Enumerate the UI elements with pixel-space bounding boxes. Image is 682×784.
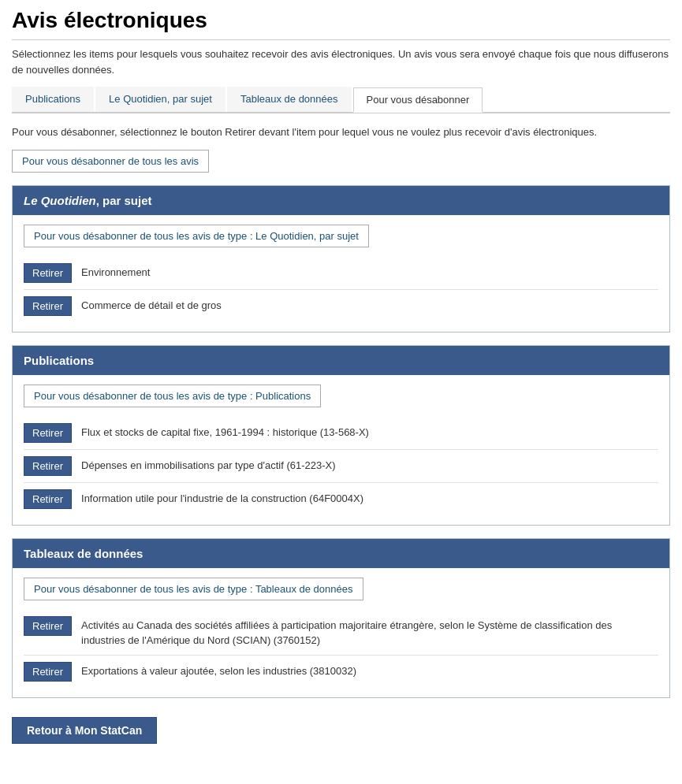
section-publications-header: Publications bbox=[13, 346, 669, 375]
section-tableaux: Tableaux de données Pour vous désabonner… bbox=[12, 538, 670, 698]
item-row-commerce: Retirer Commerce de détail et de gros bbox=[24, 289, 658, 322]
tab-publications[interactable]: Publications bbox=[12, 87, 94, 112]
item-text-env: Environnement bbox=[81, 263, 150, 281]
section-quotidien-header-suffix: , par sujet bbox=[96, 194, 152, 207]
item-row-flux: Retirer Flux et stocks de capital fixe, … bbox=[24, 417, 658, 449]
item-text-flux: Flux et stocks de capital fixe, 1961-199… bbox=[81, 423, 369, 440]
section-quotidien-header: Le Quotidien, par sujet bbox=[13, 186, 669, 215]
retirer-info-button[interactable]: Retirer bbox=[24, 489, 72, 509]
section-publications-body: Pour vous désabonner de tous les avis de… bbox=[13, 375, 669, 525]
return-button[interactable]: Retour à Mon StatCan bbox=[12, 717, 157, 744]
item-text-activites: Activités au Canada des sociétés affilié… bbox=[81, 616, 658, 648]
retirer-activites-button[interactable]: Retirer bbox=[24, 616, 72, 636]
item-row-activites: Retirer Activités au Canada des sociétés… bbox=[24, 610, 658, 655]
section-tableaux-header: Tableaux de données bbox=[13, 539, 669, 568]
tab-desabonner[interactable]: Pour vous désabonner bbox=[353, 87, 483, 113]
section-publications: Publications Pour vous désabonner de tou… bbox=[12, 345, 670, 526]
item-text-info: Information utile pour l'industrie de la… bbox=[81, 489, 363, 507]
unsub-type-tableaux-button[interactable]: Pour vous désabonner de tous les avis de… bbox=[24, 578, 363, 600]
tab-quotidien[interactable]: Le Quotidien, par sujet bbox=[95, 87, 225, 112]
unsubscribe-info: Pour vous désabonner, sélectionnez le bo… bbox=[12, 124, 670, 140]
tabs-container: Publications Le Quotidien, par sujet Tab… bbox=[12, 87, 670, 113]
item-text-depenses: Dépenses en immobilisations par type d'a… bbox=[81, 456, 336, 474]
unsub-type-publications-button[interactable]: Pour vous désabonner de tous les avis de… bbox=[24, 385, 321, 407]
unsub-type-quotidien-button[interactable]: Pour vous désabonner de tous les avis de… bbox=[24, 225, 369, 247]
intro-text: Sélectionnez les items pour lesquels vou… bbox=[12, 46, 670, 77]
item-text-exportations: Exportations à valeur ajoutée, selon les… bbox=[81, 662, 356, 679]
section-tableaux-body: Pour vous désabonner de tous les avis de… bbox=[13, 568, 669, 697]
unsub-all-button[interactable]: Pour vous désabonner de tous les avis bbox=[12, 150, 209, 173]
item-text-commerce: Commerce de détail et de gros bbox=[81, 296, 222, 314]
retirer-commerce-button[interactable]: Retirer bbox=[24, 296, 72, 316]
section-quotidien: Le Quotidien, par sujet Pour vous désabo… bbox=[12, 185, 670, 333]
item-row-depenses: Retirer Dépenses en immobilisations par … bbox=[24, 449, 658, 482]
page-title: Avis électroniques bbox=[12, 8, 670, 40]
retirer-flux-button[interactable]: Retirer bbox=[24, 423, 72, 443]
retirer-exportations-button[interactable]: Retirer bbox=[24, 662, 72, 682]
item-row-exportations: Retirer Exportations à valeur ajoutée, s… bbox=[24, 655, 658, 688]
retirer-depenses-button[interactable]: Retirer bbox=[24, 456, 72, 476]
section-quotidien-header-italic: Le Quotidien bbox=[24, 194, 96, 207]
retirer-env-button[interactable]: Retirer bbox=[24, 263, 72, 283]
item-row-info: Retirer Information utile pour l'industr… bbox=[24, 482, 658, 515]
section-quotidien-body: Pour vous désabonner de tous les avis de… bbox=[13, 215, 669, 332]
tab-tableaux[interactable]: Tableaux de données bbox=[227, 87, 352, 112]
item-row-env: Retirer Environnement bbox=[24, 257, 658, 289]
